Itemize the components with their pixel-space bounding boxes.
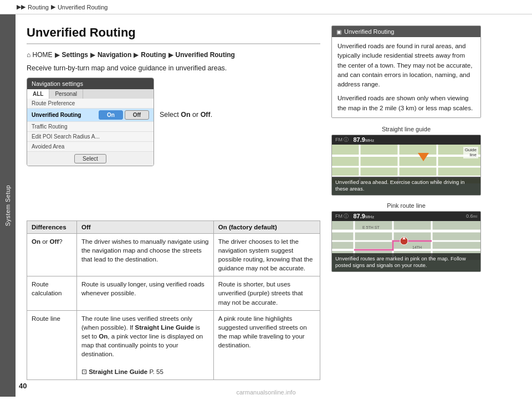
map-freq-2: 87.9MHz bbox=[354, 213, 375, 219]
description: Receive turn-by-turn map and voice guida… bbox=[27, 64, 320, 72]
map-caption-1: Unverified area ahead. Exercise caution … bbox=[332, 177, 480, 195]
nav-screenshot-body: Route Preference Unverified Routing On O… bbox=[27, 99, 154, 152]
content-area: Unverified Routing ⌂ HOME ▶ Settings ▶ N… bbox=[16, 14, 532, 397]
btn-off[interactable]: Off bbox=[125, 110, 149, 120]
nav-settings: Settings bbox=[62, 51, 88, 59]
nav-routing: Routing bbox=[141, 51, 166, 59]
map-header-bar-2: FM ⓘ 87.9MHz 0.6mi bbox=[332, 212, 480, 221]
tab-personal[interactable]: Personal bbox=[49, 89, 83, 99]
col-on: On (factory default) bbox=[213, 221, 320, 234]
map-label-pink: Pink route line bbox=[331, 202, 481, 209]
nav-screenshot-tabs: ALL Personal bbox=[27, 89, 154, 99]
map-header-bar-1: FM ⓘ 87.9MHz bbox=[332, 135, 480, 145]
nav-row-poi-label: Edit POI Search Radius A... bbox=[32, 134, 100, 140]
nav-row-poi: Edit POI Search Radius A... bbox=[27, 132, 154, 142]
sidebar: System Setup bbox=[0, 14, 16, 397]
page-title: Unverified Routing bbox=[27, 25, 320, 44]
right-panel: Unverified Routing Unverified roads are … bbox=[331, 25, 481, 386]
main-layout: System Setup Unverified Routing ⌂ HOME ▶… bbox=[0, 14, 532, 397]
map-section-pink: Pink route line FM ⓘ 87.9MHz 0.6mi bbox=[331, 202, 481, 272]
info-para-1: Unverified roads are found in rural area… bbox=[337, 42, 475, 89]
col-off: Off bbox=[77, 221, 214, 234]
row-on-onoff: The driver chooses to let the navigation… bbox=[213, 234, 320, 276]
map-img-straight: FM ⓘ 87.9MHz bbox=[331, 135, 481, 196]
nav-row-unverified-label: Unverified Routing bbox=[32, 112, 81, 118]
nav-unverified: Unverified Routing bbox=[176, 51, 235, 59]
map-fm-1: FM ⓘ bbox=[335, 136, 349, 143]
row-label-line: Route line bbox=[27, 310, 77, 380]
map-freq-1: 87.9MHz bbox=[354, 136, 375, 143]
info-para-2: Unverified roads are shown only when vie… bbox=[337, 94, 475, 113]
nav-row-avoided-label: Avoided Area bbox=[32, 143, 64, 150]
nav-screenshot-header: Navigation settings bbox=[27, 78, 154, 89]
nav-navigation: Navigation bbox=[98, 51, 131, 59]
row-off-calc: Route is usually longer, using verified … bbox=[77, 276, 214, 310]
nav-arrow2: ▶ bbox=[90, 51, 95, 59]
info-box-title: Unverified Routing bbox=[344, 28, 395, 35]
sidebar-label: System Setup bbox=[4, 185, 11, 226]
nav-row-avoided: Avoided Area bbox=[27, 142, 154, 152]
nav-home: ⌂ HOME bbox=[27, 51, 53, 59]
nav-select-btn[interactable]: Select bbox=[74, 154, 106, 163]
nav-screenshot-title: Navigation settings bbox=[32, 80, 83, 87]
nav-arrow1: ▶ bbox=[55, 51, 60, 59]
page-number: 40 bbox=[19, 382, 27, 390]
table-row: On or Off? The driver wishes to manually… bbox=[27, 234, 320, 276]
row-off-line: The route line uses verified streets onl… bbox=[77, 310, 214, 380]
info-box-body: Unverified roads are found in rural area… bbox=[332, 37, 480, 117]
tab-all[interactable]: ALL bbox=[27, 89, 49, 99]
btn-on[interactable]: On bbox=[99, 110, 123, 120]
straight-line-annotation: Guideline bbox=[463, 147, 478, 158]
left-content: Unverified Routing ⌂ HOME ▶ Settings ▶ N… bbox=[27, 25, 320, 386]
map-label-straight: Straight line guide bbox=[331, 126, 481, 132]
map-img-pink: FM ⓘ 87.9MHz 0.6mi bbox=[331, 211, 481, 272]
breadcrumb: ▶▶ Routing ▶ Unverified Routing bbox=[0, 0, 532, 14]
nav-row-traffic-label: Traffic Routing bbox=[32, 124, 67, 130]
breadcrumb-arrows: ▶▶ bbox=[17, 3, 25, 11]
col-differences: Differences bbox=[27, 221, 77, 234]
table-row: Route line The route line uses verified … bbox=[27, 310, 320, 380]
nav-row-unverified: Unverified Routing On Off bbox=[27, 109, 154, 122]
row-label-onoff: On or Off? bbox=[27, 234, 77, 276]
breadcrumb-unverified: Unverified Routing bbox=[58, 4, 108, 11]
select-instruction: Select On or Off. bbox=[160, 78, 212, 119]
nav-path: ⌂ HOME ▶ Settings ▶ Navigation ▶ Routing… bbox=[27, 51, 320, 59]
breadcrumb-arrow2: ▶ bbox=[51, 3, 55, 11]
nav-row-traffic: Traffic Routing bbox=[27, 122, 154, 132]
differences-table: Differences Off On (factory default) On … bbox=[27, 220, 320, 380]
watermark: carmanualsonline.info bbox=[236, 389, 295, 396]
row-on-line: A pink route line highlights suggested u… bbox=[213, 310, 320, 380]
nav-arrow3: ▶ bbox=[134, 51, 139, 59]
nav-screenshot-footer: Select bbox=[27, 152, 154, 166]
svg-text:E 5TH ST: E 5TH ST bbox=[362, 225, 380, 229]
map-section-straight: Straight line guide FM ⓘ 87.9MHz bbox=[331, 126, 481, 196]
info-box: Unverified Routing Unverified roads are … bbox=[331, 25, 481, 118]
nav-arrow4: ▶ bbox=[168, 51, 173, 59]
map-caption-2: Unverified routes are marked in pink on … bbox=[332, 253, 480, 271]
info-box-header: Unverified Routing bbox=[332, 26, 480, 37]
row-off-onoff: The driver wishes to manually navigate u… bbox=[77, 234, 214, 276]
breadcrumb-routing: Routing bbox=[28, 4, 49, 11]
map-fm-2: FM ⓘ bbox=[335, 213, 349, 220]
nav-row-route-pref: Route Preference bbox=[27, 99, 154, 109]
nav-screenshot: Navigation settings ALL Personal Route P… bbox=[27, 78, 154, 166]
nav-row-label: Route Preference bbox=[32, 100, 75, 106]
table-row: Route calculation Route is usually longe… bbox=[27, 276, 320, 310]
row-on-calc: Route is shorter, but uses unverified (p… bbox=[213, 276, 320, 310]
svg-text:14TH: 14TH bbox=[412, 245, 422, 249]
row-label-calc: Route calculation bbox=[27, 276, 77, 310]
